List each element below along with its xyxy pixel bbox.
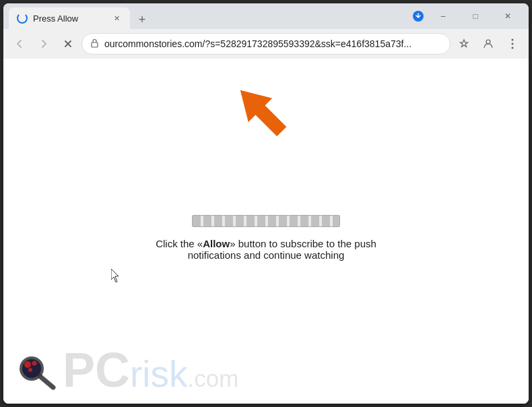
close-button[interactable]: ✕ [492,6,523,26]
progress-area: Click the «Allow» button to subscribe to… [135,215,397,261]
new-tab-button[interactable]: + [133,10,152,29]
forward-icon [38,38,49,49]
active-tab[interactable]: Press Allow ✕ [9,7,130,29]
address-bar[interactable]: ourcommonstories.com/?s=5282917328955933… [81,33,451,55]
pcrisk-logo: PC risk .com [3,336,529,404]
tab-title: Press Allow [33,13,106,24]
progress-bar [192,215,340,227]
lock-icon [90,38,99,50]
download-indicator[interactable] [409,7,428,26]
orange-arrow [226,75,300,152]
svg-point-4 [512,43,514,45]
svg-point-5 [512,47,514,49]
logo-risk-text: risk [130,356,188,393]
logo-com-text: .com [188,365,239,392]
logo-pc-text: PC [63,346,130,394]
page-content: Click the «Allow» button to subscribe to… [3,59,529,404]
bookmark-button[interactable] [453,33,475,55]
security-lock-icon [90,38,99,48]
minimize-button[interactable]: – [428,6,459,26]
svg-point-2 [486,40,490,44]
tab-loading-icon [17,13,28,24]
download-icon [412,10,424,22]
url-display: ourcommonstories.com/?s=5282917328955933… [104,38,442,49]
profile-button[interactable] [477,33,499,55]
svg-point-9 [24,361,31,368]
subscription-message: Click the «Allow» button to subscribe to… [135,238,397,261]
svg-marker-6 [228,78,294,144]
user-icon [483,38,494,49]
back-button[interactable] [9,33,30,55]
subscription-text-before: Click the « [156,238,203,249]
browser-menu-button[interactable] [502,33,523,55]
stop-loading-icon [63,38,73,49]
title-bar: Press Allow ✕ + – □ ✕ [3,3,529,29]
maximize-button[interactable]: □ [460,6,491,26]
magnifier-icon [17,350,57,390]
reload-button[interactable] [57,33,79,55]
forward-button[interactable] [33,33,55,55]
svg-line-13 [40,377,53,387]
svg-point-11 [28,368,32,372]
browser-window: Press Allow ✕ + – □ ✕ [3,3,529,404]
navigation-bar: ourcommonstories.com/?s=5282917328955933… [3,29,529,59]
back-icon [14,38,25,49]
tab-close-button[interactable]: ✕ [111,13,122,24]
svg-rect-1 [92,42,98,47]
mouse-cursor [111,269,122,286]
star-icon [459,38,469,49]
vertical-dots-icon [511,38,514,49]
svg-point-3 [512,39,514,41]
tab-area: Press Allow ✕ + [9,3,409,29]
allow-keyword: Allow [203,238,230,249]
window-controls: – □ ✕ [428,6,523,26]
svg-point-10 [32,361,37,366]
